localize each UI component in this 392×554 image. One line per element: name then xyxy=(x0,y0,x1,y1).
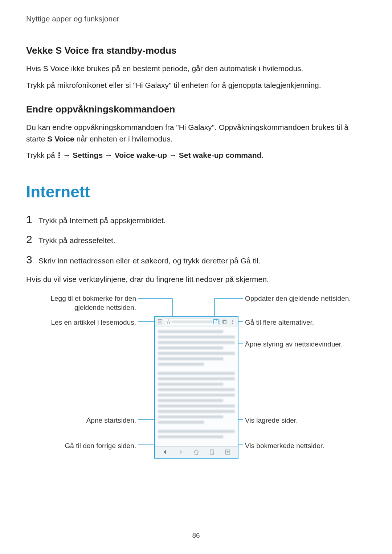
arrow-text: → xyxy=(103,151,115,159)
text: . xyxy=(258,257,261,265)
back-icon[interactable] xyxy=(162,449,168,455)
callout-more-options: Gå til flere alternativer. xyxy=(245,318,361,327)
callout-bookmarks: Vis bokmerkede nettsider. xyxy=(245,441,361,451)
step-text: Trykk på Internett på appskjermbildet. xyxy=(38,215,166,226)
svg-point-7 xyxy=(232,321,233,322)
step-2: 2 Trykk på adressefeltet. xyxy=(26,233,366,246)
arrow-text: → xyxy=(61,151,73,159)
paragraph: Trykk på → Settings → Voice wake-up → Se… xyxy=(26,149,366,161)
home-icon[interactable] xyxy=(193,449,200,455)
bold-text: Gå til xyxy=(241,257,258,265)
text: . xyxy=(261,151,264,159)
browser-diagram: Legg til et bokmerke for den gjeldende n… xyxy=(27,294,365,464)
tabs-icon[interactable] xyxy=(221,318,228,325)
phone-mockup xyxy=(154,316,238,459)
forward-icon[interactable] xyxy=(177,449,184,455)
bold-text: S Voice xyxy=(47,135,74,143)
text: når enheten er i hvilemodus. xyxy=(74,135,173,143)
more-options-icon xyxy=(57,152,61,159)
paragraph: Hvis du vil vise verktøylinjene, drar du… xyxy=(26,274,366,285)
bold-text: Voice wake-up xyxy=(115,151,167,159)
paragraph: Trykk på mikrofonikonet eller si "Hi Gal… xyxy=(26,79,366,91)
page-number: 86 xyxy=(0,532,392,539)
paragraph: Hvis S Voice ikke brukes på en bestemt p… xyxy=(26,63,366,74)
address-bar[interactable] xyxy=(165,319,220,325)
text: Skriv inn nettadressen eller et søkeord,… xyxy=(38,257,241,265)
callout-back: Gå til den forrige siden. xyxy=(27,441,136,451)
subheading-change-wake: Endre oppvåkningskommandoen xyxy=(26,104,366,115)
main-heading-internett: Internett xyxy=(26,183,366,201)
text: Trykk på xyxy=(26,151,57,159)
url-text-placeholder xyxy=(172,320,213,323)
callout-refresh: Oppdater den gjeldende nettsiden. xyxy=(245,294,361,303)
arrow-text: → xyxy=(167,151,179,159)
browser-page-content xyxy=(155,327,238,447)
chapter-title: Nyttige apper og funksjoner xyxy=(26,15,366,23)
step-3: 3 Skriv inn nettadressen eller et søkeor… xyxy=(26,254,366,267)
bold-text: Set wake-up command xyxy=(179,151,262,159)
page-content: Nyttige apper og funksjoner Vekke S Voic… xyxy=(0,0,392,464)
callout-homepage: Åpne startsiden. xyxy=(27,416,136,425)
step-1: 1 Trykk på Internett på appskjermbildet. xyxy=(26,213,366,226)
bold-text: Settings xyxy=(73,151,103,159)
margin-rule xyxy=(19,0,19,20)
svg-point-8 xyxy=(232,323,233,324)
more-options-icon[interactable] xyxy=(229,318,236,325)
step-text: Skriv inn nettadressen eller et søkeord,… xyxy=(38,255,261,267)
text: på appskjermbildet. xyxy=(98,216,166,225)
paragraph: Du kan endre oppvåkningskommandoen fra "… xyxy=(26,122,366,144)
browser-bottom-toolbar xyxy=(155,446,238,458)
bookmarks-list-icon[interactable] xyxy=(224,449,231,455)
saved-pages-icon[interactable] xyxy=(209,449,215,455)
browser-top-toolbar xyxy=(155,317,238,327)
callout-windows: Åpne styring av nettsidevinduer. xyxy=(245,340,365,349)
svg-rect-5 xyxy=(223,321,226,324)
callout-reader-mode: Les en artikkel i lesemodus. xyxy=(27,318,136,327)
step-number: 3 xyxy=(26,254,38,266)
step-number: 2 xyxy=(26,233,38,246)
star-icon[interactable] xyxy=(166,319,171,324)
svg-point-6 xyxy=(232,320,233,320)
callout-saved-pages: Vis lagrede sider. xyxy=(245,416,361,425)
subheading-svoice-wake: Vekke S Voice fra standby-modus xyxy=(26,45,366,56)
callout-add-bookmark: Legg til et bokmerke for den gjeldende n… xyxy=(27,294,136,312)
refresh-icon[interactable] xyxy=(213,319,219,324)
reader-mode-icon[interactable] xyxy=(156,318,164,325)
step-text: Trykk på adressefeltet. xyxy=(38,235,115,246)
bold-text: Internett xyxy=(70,216,98,225)
text: Trykk på xyxy=(38,216,70,225)
step-number: 1 xyxy=(26,213,38,226)
